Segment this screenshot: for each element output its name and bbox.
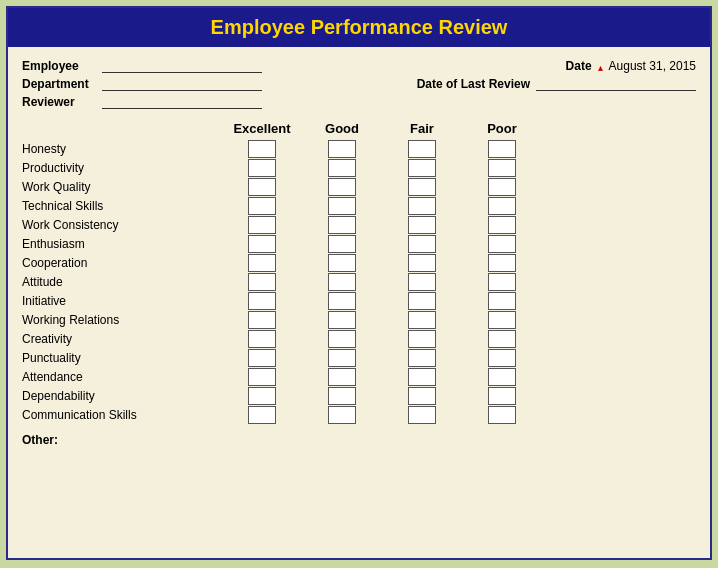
rating-checkbox[interactable]	[328, 368, 356, 386]
rating-col-good	[302, 368, 382, 386]
rating-checkbox[interactable]	[248, 140, 276, 158]
criteria-label: Enthusiasm	[22, 237, 222, 251]
rating-checkbox[interactable]	[248, 197, 276, 215]
rating-checkbox[interactable]	[328, 349, 356, 367]
rating-col-good	[302, 292, 382, 310]
rating-checkbox[interactable]	[488, 349, 516, 367]
rating-checkbox[interactable]	[328, 330, 356, 348]
criteria-label: Honesty	[22, 142, 222, 156]
rating-col-excellent	[222, 235, 302, 253]
rating-col-poor	[462, 311, 542, 329]
rating-col-fair	[382, 406, 462, 424]
department-input[interactable]	[102, 77, 262, 91]
rating-col-poor	[462, 159, 542, 177]
rating-checkbox[interactable]	[408, 216, 436, 234]
rating-checkbox[interactable]	[488, 159, 516, 177]
rating-checkbox[interactable]	[408, 330, 436, 348]
rating-col-good	[302, 235, 382, 253]
criteria-label: Dependability	[22, 389, 222, 403]
rating-checkbox[interactable]	[408, 292, 436, 310]
rating-checkbox[interactable]	[408, 235, 436, 253]
rating-checkbox[interactable]	[248, 311, 276, 329]
last-review-input[interactable]	[536, 77, 696, 91]
rating-checkbox[interactable]	[488, 311, 516, 329]
rating-checkbox[interactable]	[328, 159, 356, 177]
rating-col-poor	[462, 197, 542, 215]
rating-checkbox[interactable]	[408, 387, 436, 405]
rating-col-excellent	[222, 406, 302, 424]
rating-checkbox[interactable]	[248, 349, 276, 367]
rating-checkbox[interactable]	[408, 159, 436, 177]
rating-checkbox[interactable]	[248, 254, 276, 272]
rating-col-poor	[462, 387, 542, 405]
top-rows: Employee Department Reviewer Date ▴ Augu…	[8, 55, 710, 113]
rating-checkbox[interactable]	[248, 406, 276, 424]
rating-boxes	[222, 349, 696, 367]
rating-checkbox[interactable]	[248, 235, 276, 253]
rating-checkbox[interactable]	[328, 140, 356, 158]
rating-checkbox[interactable]	[248, 159, 276, 177]
rating-checkbox[interactable]	[328, 216, 356, 234]
rating-checkbox[interactable]	[488, 406, 516, 424]
rating-checkbox[interactable]	[248, 292, 276, 310]
rating-checkbox[interactable]	[328, 197, 356, 215]
rating-col-good	[302, 311, 382, 329]
rating-checkbox[interactable]	[488, 216, 516, 234]
rating-checkbox[interactable]	[408, 311, 436, 329]
rating-checkbox[interactable]	[488, 368, 516, 386]
rating-col-excellent	[222, 292, 302, 310]
rating-checkbox[interactable]	[488, 140, 516, 158]
table-row: Dependability	[22, 387, 696, 405]
rating-checkbox[interactable]	[408, 406, 436, 424]
rating-checkbox[interactable]	[248, 273, 276, 291]
rating-checkbox[interactable]	[488, 387, 516, 405]
rating-checkbox[interactable]	[248, 216, 276, 234]
rating-checkbox[interactable]	[408, 140, 436, 158]
rating-checkbox[interactable]	[408, 349, 436, 367]
rating-checkbox[interactable]	[408, 254, 436, 272]
rating-checkbox[interactable]	[248, 387, 276, 405]
rating-checkbox[interactable]	[408, 178, 436, 196]
employee-row: Employee	[22, 59, 359, 73]
rating-checkbox[interactable]	[328, 178, 356, 196]
rating-checkbox[interactable]	[488, 330, 516, 348]
rating-checkbox[interactable]	[408, 197, 436, 215]
rating-checkbox[interactable]	[488, 197, 516, 215]
rating-checkbox[interactable]	[488, 292, 516, 310]
department-row: Department	[22, 77, 359, 91]
rating-boxes	[222, 273, 696, 291]
rating-checkbox[interactable]	[328, 406, 356, 424]
rating-col-poor	[462, 254, 542, 272]
rating-checkbox[interactable]	[488, 273, 516, 291]
rating-col-excellent	[222, 273, 302, 291]
rating-boxes	[222, 216, 696, 234]
rating-col-fair	[382, 387, 462, 405]
reviewer-input[interactable]	[102, 95, 262, 109]
table-row: Communication Skills	[22, 406, 696, 424]
rating-checkbox[interactable]	[248, 368, 276, 386]
rating-boxes	[222, 311, 696, 329]
rating-boxes	[222, 330, 696, 348]
form-container: Employee Performance Review Employee Dep…	[6, 6, 712, 560]
rating-checkbox[interactable]	[248, 178, 276, 196]
rating-checkbox[interactable]	[328, 273, 356, 291]
rating-checkbox[interactable]	[328, 254, 356, 272]
rating-checkbox[interactable]	[408, 273, 436, 291]
table-row: Productivity	[22, 159, 696, 177]
rating-checkbox[interactable]	[248, 330, 276, 348]
rating-col-excellent	[222, 140, 302, 158]
rating-col-good	[302, 387, 382, 405]
rating-checkbox[interactable]	[488, 254, 516, 272]
table-row: Attendance	[22, 368, 696, 386]
rating-checkbox[interactable]	[408, 368, 436, 386]
rating-col-excellent	[222, 216, 302, 234]
rating-checkbox[interactable]	[488, 178, 516, 196]
rating-checkbox[interactable]	[328, 292, 356, 310]
rating-checkbox[interactable]	[328, 311, 356, 329]
table-row: Technical Skills	[22, 197, 696, 215]
rating-checkbox[interactable]	[488, 235, 516, 253]
criteria-label: Attitude	[22, 275, 222, 289]
rating-checkbox[interactable]	[328, 235, 356, 253]
employee-input[interactable]	[102, 59, 262, 73]
rating-checkbox[interactable]	[328, 387, 356, 405]
